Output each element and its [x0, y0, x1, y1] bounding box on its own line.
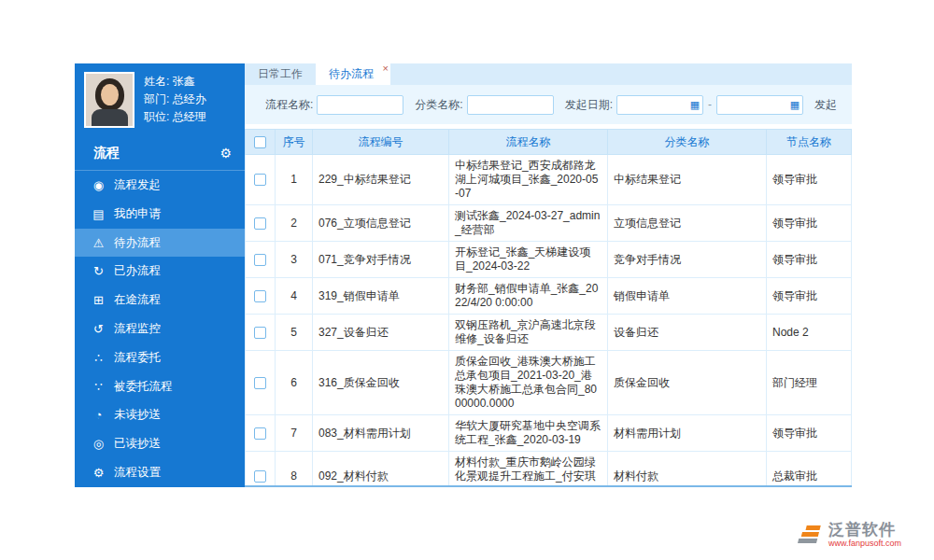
profile-dept: 部门: 总经办: [144, 91, 206, 108]
date-range-separator: -: [708, 98, 712, 111]
sidebar-item-settings[interactable]: ⚙流程设置: [75, 458, 245, 487]
start-date-label: 发起日期:: [565, 97, 613, 113]
cell-no: 4: [276, 278, 313, 315]
profile-card: 姓名: 张鑫 部门: 总经办 职位: 总经理: [75, 63, 245, 135]
tab-pending-process[interactable]: 待办流程 ×: [316, 63, 390, 85]
select-all-checkbox[interactable]: [254, 136, 266, 148]
sidebar-item-label: 未读抄送: [114, 407, 161, 423]
cell-code: 076_立项信息登记: [313, 205, 449, 242]
table-header-row: 序号 流程编号 流程名称 分类名称 节点名称: [246, 130, 852, 155]
table-row: 7083_材料需用计划华软大厦研究基地中央空调系统工程_张鑫_2020-03-1…: [246, 415, 852, 452]
category-name-label: 分类名称:: [415, 97, 462, 113]
cell-no: 6: [276, 351, 313, 415]
main-content: 日常工作 待办流程 × 流程名称: 分类名称: 发起日期: ▦ -: [245, 63, 852, 487]
brand-url[interactable]: www.fanpusoft.com: [828, 539, 901, 549]
row-checkbox-cell: [246, 315, 276, 351]
app-window: 姓名: 张鑫 部门: 总经办 职位: 总经理 流程 ⚙ ◉流程发起▤我的申请⚠待…: [75, 63, 852, 487]
cell-code: 316_质保金回收: [313, 351, 449, 415]
sidebar-item-pending[interactable]: ⚠待办流程: [75, 229, 245, 258]
cell-no: 1: [276, 155, 313, 205]
cell-no: 7: [276, 415, 313, 452]
initiator-label-clipped: 发起: [814, 97, 837, 113]
in-transit-icon: ⊞: [92, 293, 106, 307]
cell-node: 总裁审批: [767, 452, 852, 488]
cell-name: 财务部_销假申请单_张鑫_2022/4/20 0:00:00: [449, 278, 608, 315]
my-application-icon: ▤: [92, 207, 106, 221]
cell-code: 083_材料需用计划: [313, 415, 449, 452]
monitor-icon: ↺: [92, 322, 106, 336]
row-checkbox[interactable]: [254, 427, 266, 440]
cell-category: 质保金回收: [608, 351, 767, 415]
row-checkbox-cell: [246, 415, 276, 452]
row-checkbox[interactable]: [254, 217, 266, 230]
process-name-input[interactable]: [317, 95, 403, 115]
cell-name: 材料付款_重庆市鹅岭公园绿化景观提升工程施工_付安琪_2020-03-08: [449, 452, 608, 488]
cell-node: 领导审批: [767, 205, 852, 242]
close-icon[interactable]: ×: [383, 63, 389, 74]
gear-icon[interactable]: ⚙: [219, 146, 232, 161]
tab-label: 待办流程: [329, 66, 374, 82]
sidebar-item-read-cc[interactable]: ◎已读抄送: [75, 429, 245, 458]
sidebar-item-label: 在途流程: [114, 292, 161, 308]
sidebar-item-label: 待办流程: [114, 235, 161, 251]
row-checkbox[interactable]: [254, 254, 266, 266]
row-checkbox[interactable]: [254, 470, 266, 483]
cell-code: 327_设备归还: [313, 315, 449, 351]
tab-daily-work[interactable]: 日常工作: [245, 63, 316, 85]
profile-name: 姓名: 张鑫: [144, 73, 206, 91]
cell-code: 092_材料付款: [313, 452, 449, 488]
avatar-body: [92, 109, 128, 128]
process-table-container: 序号 流程编号 流程名称 分类名称 节点名称 1229_中标结果登记中标结果登记…: [245, 129, 852, 487]
cell-name: 华软大厦研究基地中央空调系统工程_张鑫_2020-03-19: [449, 415, 608, 452]
table-row: 6316_质保金回收质保金回收_港珠澳大桥施工总承包项目_2021-03-20_…: [246, 351, 852, 415]
cell-node: 领导审批: [767, 278, 852, 315]
sidebar-item-label: 流程设置: [114, 465, 161, 481]
row-checkbox-cell: [246, 452, 276, 488]
table-row: 3071_竞争对手情况开标登记_张鑫_天梯建设项目_2024-03-22竞争对手…: [246, 242, 852, 278]
cell-no: 3: [276, 242, 313, 278]
cell-node: 领导审批: [767, 155, 852, 205]
cell-node: Node 2: [767, 315, 852, 351]
sidebar-item-delegated[interactable]: ∵被委托流程: [75, 372, 245, 401]
table-row: 8092_材料付款材料付款_重庆市鹅岭公园绿化景观提升工程施工_付安琪_2020…: [246, 452, 852, 488]
sidebar-item-done[interactable]: ↻已办流程: [75, 257, 245, 286]
sidebar-section-process[interactable]: 流程 ⚙: [75, 135, 245, 171]
cell-no: 2: [276, 205, 313, 242]
sidebar-item-delegate[interactable]: ∴流程委托: [75, 343, 245, 372]
sidebar-item-in-transit[interactable]: ⊞在途流程: [75, 286, 245, 315]
done-icon: ↻: [92, 264, 106, 278]
select-all-header-cell: [246, 130, 276, 155]
cell-name: 测试张鑫_2024-03-27_admin_经营部: [449, 205, 608, 242]
cell-code: 071_竞争对手情况: [313, 242, 449, 278]
initiate-icon: ◉: [92, 178, 106, 192]
cell-category: 立项信息登记: [608, 205, 767, 242]
table-row: 2076_立项信息登记测试张鑫_2024-03-27_admin_经营部立项信息…: [246, 205, 852, 242]
cell-code: 229_中标结果登记: [313, 155, 449, 205]
profile-title: 职位: 总经理: [144, 108, 206, 126]
calendar-icon[interactable]: ▦: [790, 99, 800, 111]
row-checkbox-cell: [246, 242, 276, 278]
sidebar-item-initiate[interactable]: ◉流程发起: [75, 171, 245, 200]
cell-no: 8: [276, 452, 313, 488]
row-checkbox[interactable]: [254, 327, 266, 339]
sidebar-item-label: 流程监控: [114, 321, 161, 337]
sidebar-item-unread-cc[interactable]: ◔未读抄送: [75, 401, 245, 430]
row-checkbox[interactable]: [254, 174, 266, 186]
row-checkbox[interactable]: [254, 377, 266, 389]
sidebar-section-label: 流程: [93, 145, 120, 161]
sidebar-item-monitor[interactable]: ↺流程监控: [75, 315, 245, 343]
delegated-icon: ∵: [92, 380, 106, 394]
col-header-node: 节点名称: [767, 130, 852, 155]
table-row: 4319_销假申请单财务部_销假申请单_张鑫_2022/4/20 0:00:00…: [246, 278, 852, 315]
sidebar-item-label: 我的申请: [114, 206, 161, 222]
row-checkbox[interactable]: [254, 290, 266, 302]
sidebar-item-my-application[interactable]: ▤我的申请: [75, 200, 245, 229]
cell-category: 材料需用计划: [608, 415, 767, 452]
cell-name: 中标结果登记_西安成都路龙湖上河城项目_张鑫_2020-05-07: [449, 155, 608, 205]
sidebar: 姓名: 张鑫 部门: 总经办 职位: 总经理 流程 ⚙ ◉流程发起▤我的申请⚠待…: [75, 63, 245, 487]
process-name-label: 流程名称:: [265, 97, 313, 113]
process-table: 序号 流程编号 流程名称 分类名称 节点名称 1229_中标结果登记中标结果登记…: [245, 129, 852, 487]
cell-category: 设备归还: [608, 315, 767, 351]
calendar-icon[interactable]: ▦: [690, 99, 700, 111]
category-name-input[interactable]: [467, 95, 554, 115]
